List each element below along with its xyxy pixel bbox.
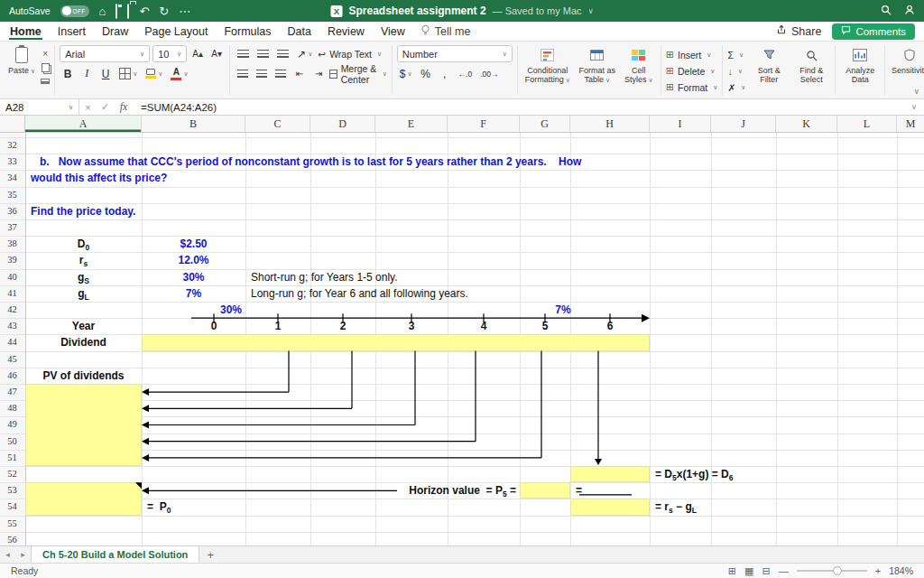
bold-button[interactable]: B	[60, 65, 76, 82]
delete-cells-button[interactable]: ⊞Delete	[666, 64, 718, 78]
print-icon[interactable]	[127, 5, 129, 17]
column-header-B[interactable]: B	[142, 116, 245, 132]
redo-icon[interactable]: ↻	[159, 5, 169, 17]
row-header-50[interactable]: 50	[0, 434, 24, 450]
highlighted-range[interactable]	[25, 482, 142, 515]
format-painter-icon[interactable]	[41, 75, 50, 87]
font-color-button[interactable]: A	[168, 65, 190, 82]
borders-button[interactable]	[116, 65, 140, 82]
undo-icon[interactable]: ↶	[139, 5, 149, 17]
column-header-D[interactable]: D	[310, 116, 375, 132]
row-header-43[interactable]: 43	[0, 318, 24, 334]
cell-A46[interactable]: PV of dividends	[25, 368, 142, 384]
sheet-nav-left-icon[interactable]: ◂	[0, 546, 15, 563]
highlighted-range[interactable]	[570, 499, 650, 515]
cancel-icon[interactable]: ×	[79, 102, 97, 113]
cell-B40[interactable]: 30%	[142, 269, 245, 285]
row-header-49[interactable]: 49	[0, 416, 24, 433]
menu-tab-home[interactable]: Home	[9, 23, 42, 40]
row-header-41[interactable]: 41	[0, 285, 24, 302]
zoom-in-icon[interactable]: +	[875, 565, 881, 576]
insert-function-icon[interactable]: fx	[114, 100, 134, 114]
align-bottom-icon[interactable]	[274, 45, 291, 62]
row-header-51[interactable]: 51	[0, 450, 24, 466]
highlighted-range[interactable]	[520, 482, 570, 499]
cell-A41[interactable]: gL	[25, 285, 142, 302]
menu-tab-insert[interactable]: Insert	[57, 23, 87, 40]
column-header-M[interactable]: M	[897, 116, 924, 132]
number-format-select[interactable]: Number∨	[397, 45, 513, 62]
align-middle-icon[interactable]	[254, 45, 272, 62]
percent-button[interactable]: %	[418, 65, 434, 82]
column-header-A[interactable]: A	[25, 116, 142, 132]
enter-icon[interactable]: ✓	[97, 101, 114, 113]
decrease-font-size-button[interactable]: A▾	[208, 45, 225, 62]
menu-tab-data[interactable]: Data	[286, 23, 311, 40]
row-header-56[interactable]: 56	[0, 532, 24, 545]
align-right-icon[interactable]	[273, 65, 289, 82]
cell-styles-button[interactable]: Cell Styles	[622, 45, 656, 86]
highlighted-range[interactable]	[570, 466, 650, 482]
wrap-text-button[interactable]: ↩Wrap Text	[318, 47, 382, 61]
add-sheet-button[interactable]: +	[199, 546, 221, 563]
search-icon[interactable]	[881, 5, 892, 18]
row-header-55[interactable]: 55	[0, 516, 24, 532]
zoom-level[interactable]: 184%	[889, 565, 913, 576]
cell-A43[interactable]: Year	[25, 318, 142, 334]
underline-button[interactable]: U	[97, 65, 114, 82]
menu-tab-draw[interactable]: Draw	[101, 23, 129, 40]
row-header-38[interactable]: 38	[0, 236, 24, 252]
cut-icon[interactable]: ×	[41, 48, 50, 60]
row-header-34[interactable]: 34	[0, 170, 24, 186]
font-size-select[interactable]: 10∨	[152, 45, 187, 62]
autosum-button[interactable]: Σ	[727, 48, 745, 61]
account-icon[interactable]	[904, 5, 915, 18]
more-commands-icon[interactable]: ⋯	[179, 5, 190, 17]
column-header-G[interactable]: G	[520, 116, 570, 132]
cell-I54[interactable]: = rs − gL	[655, 499, 697, 515]
cell-A34[interactable]: would this affect its price?	[31, 170, 167, 186]
cell-H53[interactable]: =	[576, 482, 582, 499]
cell-B39[interactable]: 12.0%	[142, 252, 245, 268]
clear-button[interactable]: ✗	[727, 80, 745, 94]
currency-button[interactable]: $	[397, 65, 415, 82]
align-center-icon[interactable]	[254, 65, 270, 82]
cell-I52[interactable]: = D5x(1+g) = D6	[655, 466, 734, 482]
format-as-table-button[interactable]: Format as Table	[577, 45, 618, 86]
fill-button[interactable]: ↓	[727, 64, 745, 78]
grid-body[interactable]: 3132333435363738394041424344454647484950…	[0, 133, 924, 545]
tell-me-button[interactable]: Tell me	[420, 24, 471, 39]
italic-button[interactable]: I	[79, 65, 95, 82]
increase-decimal-button[interactable]: ←.0	[456, 65, 476, 82]
highlighted-range[interactable]	[142, 334, 650, 350]
menu-tab-view[interactable]: View	[380, 23, 406, 40]
highlighted-range[interactable]	[25, 384, 142, 466]
zoom-out-icon[interactable]: —	[779, 565, 789, 576]
align-top-icon[interactable]	[235, 45, 252, 62]
normal-view-icon[interactable]: ⊞	[728, 565, 736, 577]
decrease-decimal-button[interactable]: .00→	[477, 65, 501, 82]
row-header-36[interactable]: 36	[0, 203, 24, 219]
cell-B54[interactable]: = P0	[147, 499, 171, 515]
cell-A33[interactable]: b. Now assume that CCC's period of nonco…	[40, 154, 581, 170]
cell-C40[interactable]: Short-run g; for Years 1-5 only.	[251, 269, 398, 285]
cell-A38[interactable]: D0	[25, 236, 142, 252]
page-layout-view-icon[interactable]: ▦	[744, 565, 753, 577]
merge-center-button[interactable]: Merge & Center	[329, 67, 387, 80]
cell-A36[interactable]: Find the price today.	[31, 203, 135, 219]
row-header-46[interactable]: 46	[0, 368, 24, 384]
column-header-L[interactable]: L	[837, 116, 897, 132]
sheet-nav-right-icon[interactable]: ▸	[15, 546, 31, 563]
formula-input[interactable]: =SUM(A24:A26)	[134, 102, 904, 113]
row-header-53[interactable]: 53	[0, 482, 24, 499]
ribbon-collapse-icon[interactable]: ∨	[913, 87, 919, 96]
insert-cells-button[interactable]: ⊞Insert	[666, 48, 718, 61]
zoom-knob[interactable]	[833, 566, 842, 575]
analyze-data-button[interactable]: Analyze Data	[840, 45, 880, 86]
conditional-formatting-button[interactable]: Conditional Formatting	[522, 45, 573, 86]
row-header-45[interactable]: 45	[0, 351, 24, 368]
format-cells-button[interactable]: ⊞Format	[666, 80, 718, 94]
row-header-52[interactable]: 52	[0, 466, 24, 482]
cell-B38[interactable]: $2.50	[142, 236, 245, 252]
column-header-F[interactable]: F	[448, 116, 520, 132]
